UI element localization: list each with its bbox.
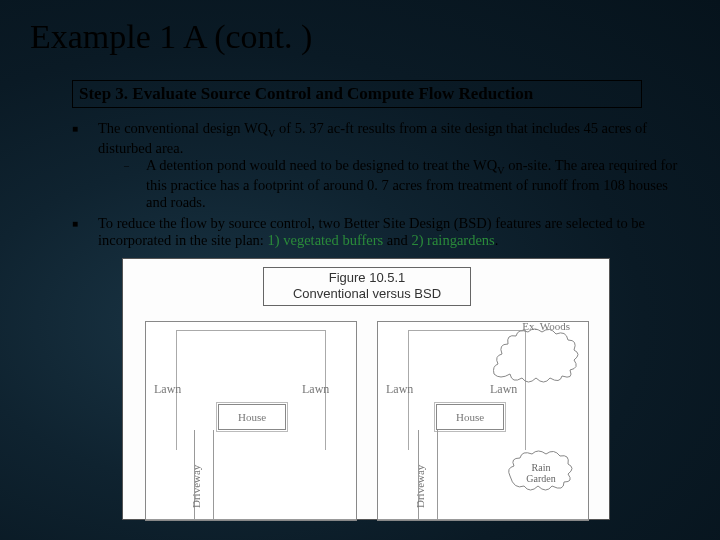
bullet-1a-sub: V bbox=[497, 165, 504, 176]
figure-caption-line1: Figure 10.5.1 bbox=[264, 270, 470, 286]
road-line bbox=[378, 519, 588, 520]
house-box: House bbox=[218, 404, 286, 430]
rain-garden-label: Rain Garden bbox=[508, 463, 574, 484]
figure-panel-conventional: Lawn Lawn House Driveway bbox=[145, 321, 357, 521]
lawn-label-left: Lawn bbox=[386, 382, 413, 397]
bullet-1-pre: The conventional design WQ bbox=[98, 120, 268, 136]
dash-marker-icon: – bbox=[124, 157, 146, 211]
slide-title: Example 1 A (cont. ) bbox=[30, 18, 312, 56]
rain-garden-label-l2: Garden bbox=[526, 473, 555, 484]
bullet-marker-icon: ■ bbox=[72, 120, 98, 213]
lawn-label-left: Lawn bbox=[154, 382, 181, 397]
woods-scallop-icon bbox=[490, 324, 582, 388]
step-heading-box: Step 3. Evaluate Source Control and Comp… bbox=[72, 80, 642, 108]
bullet-2: ■ To reduce the flow by source control, … bbox=[72, 215, 682, 249]
driveway-label: Driveway bbox=[414, 465, 426, 508]
driveway-label: Driveway bbox=[190, 465, 202, 508]
figure-caption: Figure 10.5.1 Conventional versus BSD bbox=[263, 267, 471, 306]
figure-caption-line2: Conventional versus BSD bbox=[264, 286, 470, 302]
bullet-2-mid: and bbox=[383, 232, 411, 248]
figure-panel-bsd: Lawn Lawn House Driveway Ex. Woods Rain … bbox=[377, 321, 589, 521]
step-heading-text: Step 3. Evaluate Source Control and Comp… bbox=[79, 84, 533, 103]
bullet-1a: – A detention pond would need to be desi… bbox=[124, 157, 682, 211]
ex-woods-label: Ex. Woods bbox=[522, 320, 570, 332]
figure-container: Figure 10.5.1 Conventional versus BSD La… bbox=[122, 258, 610, 520]
bullet-2-highlight-1: 1) vegetated buffers bbox=[268, 232, 384, 248]
rain-garden-label-l1: Rain bbox=[532, 462, 551, 473]
bullet-marker-icon: ■ bbox=[72, 215, 98, 249]
bullet-1: ■ The conventional design WQV of 5. 37 a… bbox=[72, 120, 682, 213]
lawn-label-right: Lawn bbox=[302, 382, 329, 397]
bullet-2-post: . bbox=[495, 232, 499, 248]
bullet-2-highlight-2: 2) raingardens bbox=[411, 232, 494, 248]
house-box: House bbox=[436, 404, 504, 430]
bullet-1a-pre: A detention pond would need to be design… bbox=[146, 157, 497, 173]
bullet-list: ■ The conventional design WQV of 5. 37 a… bbox=[72, 120, 682, 251]
road-line bbox=[146, 519, 356, 520]
